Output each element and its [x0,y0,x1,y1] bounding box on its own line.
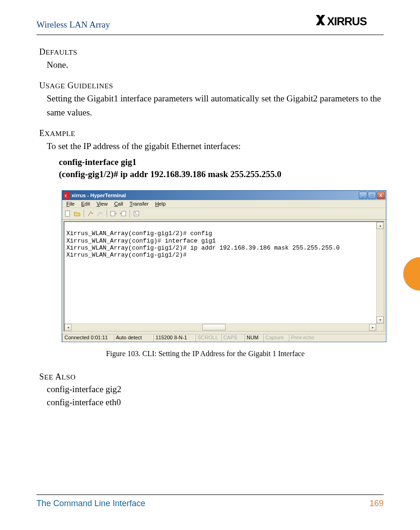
new-icon[interactable] [64,210,71,217]
status-caps: CAPS [221,334,244,342]
connect-icon[interactable] [87,210,94,217]
toolbar-separator [84,210,84,217]
toolbar-separator [129,210,130,217]
defaults-body: None. [47,58,384,72]
close-button[interactable]: X [377,192,385,199]
svg-rect-11 [111,211,115,216]
figure-caption: Figure 103. CLI: Setting the IP Address … [27,350,384,358]
example-code-line2: (config-gig1/2)# ip addr 192.168.39.186 … [59,168,384,181]
window-title: xirrus - HyperTerminal [71,193,126,198]
see-also-line1: config-interface gig2 [47,383,384,396]
page-header: Wireless LAN Array XIRRUS [36,14,384,35]
scroll-down-icon[interactable]: ▾ [377,316,384,323]
example-code: config-interface gig1 (config-gig1/2)# i… [59,156,384,181]
toolbar-separator [107,210,107,217]
example-body: To set the IP address of the gigabit Eth… [47,139,384,153]
status-echo: Print echo [289,334,386,342]
menu-help[interactable]: Help [152,201,169,207]
terminal-output[interactable]: Xirrus_WLAN_Array(config-gig1/2)# config… [64,222,376,323]
status-connected: Connected 0:01:11 [62,334,114,342]
svg-text:x: x [64,193,67,198]
usage-section: USAGE GUIDELINES Setting the Gigabit1 in… [36,81,384,119]
properties-icon[interactable] [133,210,140,217]
svg-point-10 [100,211,101,212]
defaults-section: DEFAULTS None. [36,47,384,72]
receive-icon[interactable] [119,210,127,217]
svg-rect-15 [135,214,138,215]
status-capture: Capture [263,334,289,342]
usage-body: Setting the Gigabit1 interface parameter… [47,92,384,119]
svg-rect-8 [65,211,70,216]
header-title: Wireless LAN Array [36,20,110,30]
titlebar[interactable]: x xirrus - HyperTerminal _ □ X [62,191,386,200]
svg-point-9 [90,211,92,212]
side-tab [403,257,420,291]
status-num: NUM [244,334,263,342]
statusbar: Connected 0:01:11 Auto detect 115200 8-N… [62,333,386,342]
footer-section: The Command Line Interface [36,499,145,509]
minimize-button[interactable]: _ [359,192,367,199]
menubar: File Edit View Call Transfer Help [62,200,386,208]
figure-screenshot: x xirrus - HyperTerminal _ □ X File Edit… [62,190,384,342]
svg-rect-14 [135,212,136,213]
horizontal-scrollbar[interactable]: ◂ ▸ [64,323,384,331]
vertical-scrollbar[interactable]: ▴ ▾ [376,222,384,323]
page-footer: The Command Line Interface 169 [36,494,384,509]
open-icon[interactable] [73,210,81,217]
hyperterminal-window: x xirrus - HyperTerminal _ □ X File Edit… [62,190,386,342]
example-code-line1: config-interface gig1 [59,156,384,169]
menu-file[interactable]: File [63,201,78,207]
menu-view[interactable]: View [93,201,111,207]
see-also-section: SEE ALSO config-interface gig2 config-in… [36,372,384,409]
app-icon: x [63,192,70,199]
scroll-thumb[interactable] [202,324,226,330]
svg-rect-13 [134,211,139,216]
page-number: 169 [370,499,384,509]
disconnect-icon[interactable] [96,210,104,217]
svg-rect-12 [121,211,126,216]
toolbar [62,208,386,220]
usage-heading: USAGE GUIDELINES [39,81,384,91]
see-also-heading: SEE ALSO [39,372,384,382]
menu-edit[interactable]: Edit [78,201,93,207]
scroll-up-icon[interactable]: ▴ [377,222,384,229]
example-heading: EXAMPLE [39,129,384,138]
menu-call[interactable]: Call [111,201,126,207]
scroll-right-icon[interactable]: ▸ [369,324,376,331]
see-also-line2: config-interface eth0 [47,396,384,409]
xirrus-logo: XIRRUS [316,14,384,32]
example-section: EXAMPLE To set the IP address of the gig… [36,129,384,358]
defaults-heading: DEFAULTS [39,47,384,57]
status-serial: 115200 8-N-1 [153,334,195,342]
send-icon[interactable] [110,210,117,217]
status-scroll: SCROLL [195,334,221,342]
maximize-button[interactable]: □ [368,192,376,199]
status-detect: Auto detect [114,334,153,342]
svg-text:XIRRUS: XIRRUS [327,15,367,28]
menu-transfer[interactable]: Transfer [126,201,152,207]
scroll-left-icon[interactable]: ◂ [64,324,71,331]
